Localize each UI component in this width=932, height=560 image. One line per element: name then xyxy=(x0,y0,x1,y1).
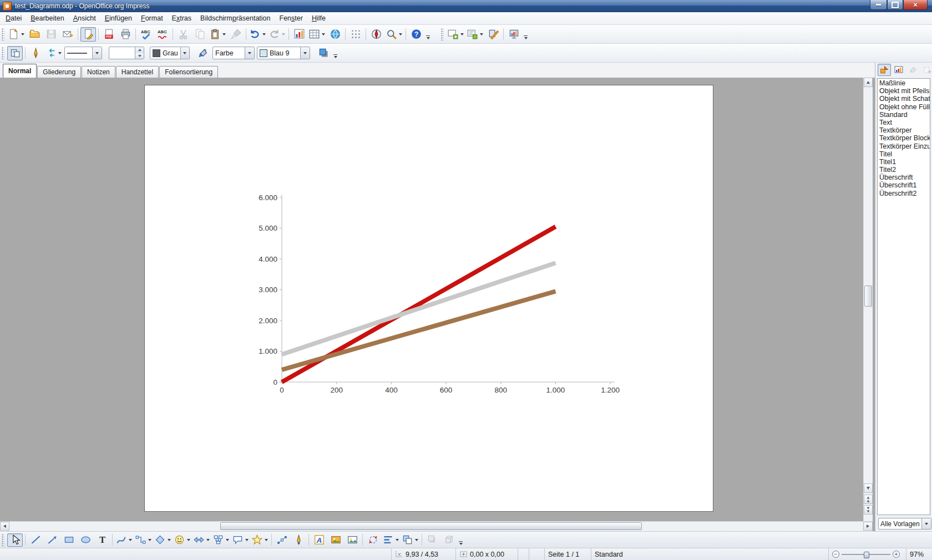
line-style-dropdown-button[interactable] xyxy=(92,47,102,59)
chart[interactable]: 01.0002.0003.0004.0005.0006.000020040060… xyxy=(145,85,714,512)
callouts-button[interactable] xyxy=(231,533,250,547)
flowchart-button[interactable] xyxy=(212,533,230,547)
dropdown-arrow-icon[interactable] xyxy=(58,52,62,54)
horizontal-scrollbar[interactable] xyxy=(0,521,873,531)
close-button[interactable]: × xyxy=(903,0,928,10)
menu-bildschirmpr-sentation[interactable]: Bildschirmpräsentation xyxy=(196,13,275,24)
style-item[interactable]: Textkörper Einzug xyxy=(878,142,930,150)
edit-file-button[interactable] xyxy=(80,27,96,42)
line-width-value[interactable] xyxy=(109,47,135,59)
table-button[interactable] xyxy=(308,27,326,42)
slide-show-button[interactable] xyxy=(506,27,521,42)
line-width-stepper[interactable] xyxy=(109,47,144,59)
status-template[interactable]: Standard xyxy=(591,548,829,560)
ellipse-button[interactable] xyxy=(78,533,93,547)
dropdown-arrow-icon[interactable] xyxy=(262,33,266,35)
next-slide-button[interactable] xyxy=(864,505,873,515)
fill-color-dropdown-button[interactable] xyxy=(300,47,310,59)
curve-button[interactable] xyxy=(115,533,133,547)
shadow-toggle-button[interactable] xyxy=(316,46,331,60)
dropdown-arrow-icon[interactable] xyxy=(222,33,226,35)
toolbar-grip[interactable] xyxy=(441,28,444,40)
tab-normal[interactable]: Normal xyxy=(3,64,37,78)
styles-filter-dropdown-button[interactable] xyxy=(921,518,931,529)
chart-button[interactable] xyxy=(291,27,307,42)
graphics-styles-button[interactable] xyxy=(878,64,891,76)
zoom-track[interactable] xyxy=(842,554,890,555)
block-arrows-button[interactable] xyxy=(193,533,211,547)
style-item[interactable]: Objekt ohne Füllu xyxy=(878,103,930,111)
edit-points-button[interactable] xyxy=(274,533,290,547)
navigator-button[interactable] xyxy=(368,27,384,42)
menu-datei[interactable]: Datei xyxy=(1,13,26,24)
style-item[interactable]: Titel xyxy=(878,150,930,158)
dropdown-arrow-icon[interactable] xyxy=(415,539,418,541)
hyperlink-button[interactable] xyxy=(327,27,343,42)
style-item[interactable]: Titel1 xyxy=(878,158,930,166)
style-item[interactable]: Standard xyxy=(878,111,930,119)
basic-shapes-button[interactable] xyxy=(154,533,172,547)
toolbar-grip[interactable] xyxy=(2,28,4,40)
dropdown-arrow-icon[interactable] xyxy=(480,33,483,35)
dropdown-arrow-icon[interactable] xyxy=(187,539,190,541)
rotate-button[interactable] xyxy=(365,533,381,547)
style-item[interactable]: Überschrift xyxy=(878,174,930,181)
email-document-button[interactable] xyxy=(60,27,75,42)
dropdown-arrow-icon[interactable] xyxy=(129,539,132,541)
style-item[interactable]: Überschrift1 xyxy=(878,181,930,189)
scroll-up-button[interactable] xyxy=(864,78,873,87)
paste-button[interactable] xyxy=(209,27,227,42)
dropdown-arrow-icon[interactable] xyxy=(265,539,268,541)
fill-type-dropdown-button[interactable] xyxy=(245,47,254,59)
dropdown-arrow-icon[interactable] xyxy=(21,33,24,35)
scroll-right-button[interactable] xyxy=(863,522,873,531)
menu-ansicht[interactable]: Ansicht xyxy=(69,13,100,24)
stars-button[interactable] xyxy=(251,533,269,547)
minimize-button[interactable] xyxy=(870,0,887,10)
dropdown-arrow-icon[interactable] xyxy=(460,33,464,35)
styles-window-toggle-button[interactable] xyxy=(7,46,23,60)
toolbar-overflow-button[interactable] xyxy=(332,45,339,61)
display-grid-button[interactable] xyxy=(348,27,363,42)
style-item[interactable]: Titel2 xyxy=(878,166,930,174)
zoom-out-button[interactable]: − xyxy=(832,551,839,558)
menu-bearbeiten[interactable]: Bearbeiten xyxy=(26,13,68,24)
new-document-button[interactable] xyxy=(7,27,26,42)
dropdown-arrow-icon[interactable] xyxy=(399,33,402,35)
menu-format[interactable]: Format xyxy=(136,13,168,24)
line-style-select[interactable] xyxy=(64,47,102,59)
fill-type-select[interactable]: Farbe xyxy=(212,47,255,59)
slide-layout-button[interactable] xyxy=(466,27,484,42)
symbol-shapes-button[interactable] xyxy=(173,533,191,547)
undo-button[interactable] xyxy=(249,27,267,42)
dropdown-arrow-icon[interactable] xyxy=(245,539,249,541)
zoom-button[interactable] xyxy=(385,27,403,42)
dropdown-arrow-icon[interactable] xyxy=(282,33,285,35)
toolbar-overflow-button[interactable] xyxy=(522,26,529,42)
menu-einf-gen[interactable]: Einfügen xyxy=(100,13,136,24)
vertical-scroll-thumb[interactable] xyxy=(864,286,872,307)
styles-filter-select[interactable]: Alle Vorlagen xyxy=(878,518,931,530)
select-button[interactable] xyxy=(7,533,23,547)
fill-color-select[interactable]: Blau 9 xyxy=(257,47,310,59)
alignment-button[interactable] xyxy=(382,533,400,547)
glue-points-button[interactable] xyxy=(291,533,306,547)
line-dialog-button[interactable] xyxy=(28,46,43,60)
horizontal-scroll-thumb[interactable] xyxy=(220,522,642,530)
dropdown-arrow-icon[interactable] xyxy=(226,539,229,541)
slide[interactable]: 01.0002.0003.0004.0005.0006.000020040060… xyxy=(144,85,713,512)
auto-spellcheck-button[interactable]: ABC xyxy=(155,27,170,42)
arrow-style-button[interactable] xyxy=(44,46,63,60)
fontwork-button[interactable]: A xyxy=(311,533,327,547)
help-button[interactable]: ? xyxy=(408,27,424,42)
menu-hilfe[interactable]: Hilfe xyxy=(307,13,330,24)
rectangle-button[interactable] xyxy=(61,533,77,547)
arrow-button[interactable] xyxy=(44,533,60,547)
line-color-dropdown-button[interactable] xyxy=(180,47,189,59)
line-button[interactable] xyxy=(28,533,43,547)
toolbar-grip[interactable] xyxy=(2,534,4,546)
scroll-down-button[interactable] xyxy=(864,483,873,493)
style-item[interactable]: Überschrift2 xyxy=(878,190,930,197)
status-zoom-percent[interactable]: 97% xyxy=(906,548,932,560)
style-item[interactable]: Textkörper xyxy=(878,126,930,134)
